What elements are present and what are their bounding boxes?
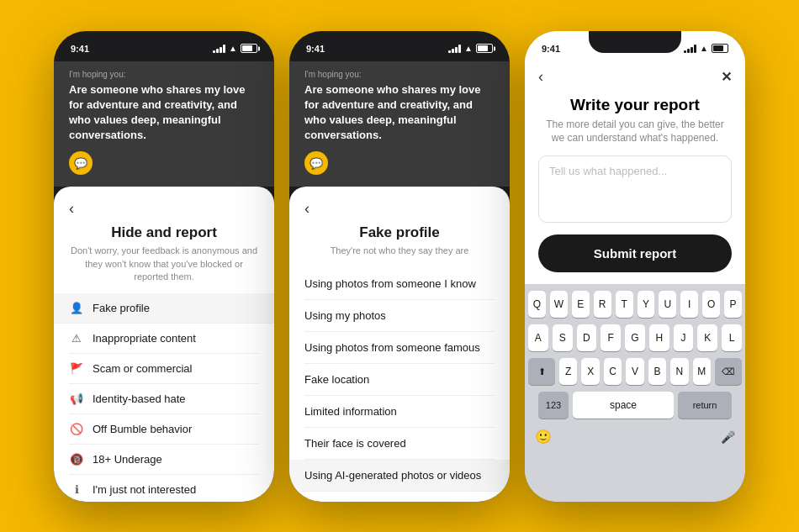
list-item-limited-info[interactable]: Limited information bbox=[304, 396, 495, 428]
emoji-button[interactable]: 🙂 bbox=[535, 429, 552, 445]
identity-label: Identity-based hate bbox=[93, 392, 186, 405]
list-item-famous-photos[interactable]: Using photos from someone famous bbox=[304, 332, 495, 364]
phone-2-time: 9:41 bbox=[306, 44, 325, 54]
phone-2-wifi-icon: ▲ bbox=[464, 44, 473, 53]
phone-1-dark-section: I'm hoping you: Are someone who shares m… bbox=[54, 61, 274, 187]
phone-3-status-icons: ▲ bbox=[684, 44, 728, 53]
phone-2-bio: Are someone who shares my love for adven… bbox=[304, 82, 495, 144]
scam-icon: 🚩 bbox=[69, 362, 84, 375]
phone-1-notch bbox=[118, 31, 210, 53]
inappropriate-icon: ⚠ bbox=[69, 332, 84, 345]
key-v[interactable]: V bbox=[626, 358, 643, 385]
phone-3-time: 9:41 bbox=[542, 44, 560, 54]
keyboard-row-1: Q W E R T Y U I O P bbox=[528, 291, 742, 318]
phone-2-hoping-label: I'm hoping you: bbox=[304, 70, 495, 79]
wifi-icon: ▲ bbox=[229, 44, 237, 53]
phone-2-status-icons: ▲ bbox=[448, 44, 493, 53]
phone-1-bio: Are someone who shares my love for adven… bbox=[69, 82, 259, 144]
phone-2-sheet-subtitle: They're not who they say they are bbox=[304, 245, 495, 257]
key-l[interactable]: L bbox=[722, 324, 742, 351]
key-i[interactable]: I bbox=[680, 291, 698, 318]
key-d[interactable]: D bbox=[577, 324, 597, 351]
menu-item-fake-profile[interactable]: 👤 Fake profile bbox=[54, 293, 274, 324]
phone-1-time: 9:41 bbox=[71, 44, 89, 54]
phone-3-notch bbox=[589, 31, 681, 53]
status-icons: ▲ bbox=[213, 44, 257, 53]
key-s[interactable]: S bbox=[553, 324, 573, 351]
not-interested-label: I'm just not interested bbox=[93, 483, 196, 496]
report-close-button[interactable]: ✕ bbox=[721, 69, 732, 85]
menu-item-scam[interactable]: 🚩 Scam or commercial bbox=[69, 354, 259, 384]
key-q[interactable]: Q bbox=[528, 291, 546, 318]
key-k[interactable]: K bbox=[697, 324, 717, 351]
phone-2-notch bbox=[353, 31, 446, 53]
key-z[interactable]: Z bbox=[559, 358, 577, 385]
phone-1-back[interactable]: ‹ bbox=[69, 200, 259, 218]
list-item-my-photos[interactable]: Using my photos bbox=[304, 300, 495, 332]
keyboard: Q W E R T Y U I O P A S D F G H bbox=[525, 284, 745, 501]
key-x[interactable]: X bbox=[581, 358, 599, 385]
key-backspace[interactable]: ⌫ bbox=[715, 358, 742, 385]
underage-icon: 🔞 bbox=[69, 453, 84, 466]
report-textarea[interactable]: Tell us what happened... bbox=[538, 155, 732, 223]
key-b[interactable]: B bbox=[648, 358, 666, 385]
fake-profile-icon: 👤 bbox=[69, 302, 84, 314]
phone-1: 9:41 ▲ I'm hoping you: Are someone who s… bbox=[54, 31, 274, 502]
menu-item-not-interested[interactable]: ℹ I'm just not interested bbox=[69, 475, 259, 501]
mic-button[interactable]: 🎤 bbox=[721, 430, 735, 444]
phone-1-hoping-label: I'm hoping you: bbox=[69, 70, 259, 79]
phone-2-back[interactable]: ‹ bbox=[304, 200, 495, 218]
phone-2-dark-section: I'm hoping you: Are someone who shares m… bbox=[289, 61, 510, 187]
key-p[interactable]: P bbox=[724, 291, 742, 318]
phone-1-message-icon[interactable]: 💬 bbox=[69, 151, 93, 175]
fake-profile-label: Fake profile bbox=[93, 302, 150, 314]
phone-3-wifi-icon: ▲ bbox=[700, 44, 708, 53]
underage-label: 18+ Underage bbox=[93, 453, 162, 466]
key-j[interactable]: J bbox=[674, 324, 694, 351]
report-textarea-placeholder: Tell us what happened... bbox=[549, 165, 667, 177]
list-item-fake-location[interactable]: Fake location bbox=[304, 364, 495, 396]
phone-3-battery-icon bbox=[712, 44, 728, 53]
key-c[interactable]: C bbox=[604, 358, 622, 385]
key-123[interactable]: 123 bbox=[538, 392, 569, 419]
report-back-button[interactable]: ‹ bbox=[538, 68, 543, 86]
key-o[interactable]: O bbox=[702, 291, 720, 318]
key-a[interactable]: A bbox=[528, 324, 548, 351]
phone-2: 9:41 ▲ I'm hoping you: Are someone who s… bbox=[289, 31, 510, 502]
signal-icon bbox=[213, 45, 225, 53]
key-shift[interactable]: ⬆ bbox=[528, 358, 555, 385]
key-m[interactable]: M bbox=[693, 358, 711, 385]
phone-2-message-icon[interactable]: 💬 bbox=[304, 151, 328, 175]
list-item-other[interactable]: Other bbox=[304, 492, 495, 502]
menu-item-inappropriate[interactable]: ⚠ Inappropriate content bbox=[69, 324, 259, 354]
report-header: ‹ ✕ bbox=[525, 61, 745, 92]
phone-1-sheet: ‹ Hide and report Don't worry, your feed… bbox=[54, 187, 274, 501]
key-space[interactable]: space bbox=[573, 392, 674, 419]
key-u[interactable]: U bbox=[659, 291, 676, 318]
menu-item-identity[interactable]: 📢 Identity-based hate bbox=[69, 384, 259, 414]
key-w[interactable]: W bbox=[550, 291, 568, 318]
key-return[interactable]: return bbox=[678, 392, 732, 419]
submit-report-button[interactable]: Submit report bbox=[538, 234, 732, 272]
phone-3: 9:41 ▲ ‹ ✕ Write your report bbox=[525, 31, 745, 502]
phone-1-sheet-subtitle: Don't worry, your feedback is anonymous … bbox=[69, 245, 259, 283]
identity-icon: 📢 bbox=[69, 392, 84, 405]
key-y[interactable]: Y bbox=[638, 291, 655, 318]
list-item-face-covered[interactable]: Their face is covered bbox=[304, 428, 495, 460]
not-interested-icon: ℹ bbox=[69, 483, 84, 496]
list-item-using-photos-known[interactable]: Using photos from someone I know bbox=[304, 268, 495, 300]
keyboard-row-3: ⬆ Z X C V B N M ⌫ bbox=[528, 358, 742, 385]
phone-2-battery-icon bbox=[476, 44, 493, 53]
key-f[interactable]: F bbox=[601, 324, 621, 351]
key-n[interactable]: N bbox=[670, 358, 688, 385]
menu-item-off-bumble[interactable]: 🚫 Off Bumble behavior bbox=[69, 414, 259, 445]
key-e[interactable]: E bbox=[572, 291, 590, 318]
list-item-ai-photos[interactable]: Using AI-generated photos or videos bbox=[289, 460, 510, 492]
phone-3-signal-icon bbox=[684, 45, 696, 53]
key-g[interactable]: G bbox=[625, 324, 645, 351]
menu-item-underage[interactable]: 🔞 18+ Underage bbox=[69, 445, 259, 475]
key-h[interactable]: H bbox=[649, 324, 669, 351]
phone-2-signal-icon bbox=[448, 45, 461, 53]
key-r[interactable]: R bbox=[594, 291, 611, 318]
key-t[interactable]: T bbox=[616, 291, 633, 318]
